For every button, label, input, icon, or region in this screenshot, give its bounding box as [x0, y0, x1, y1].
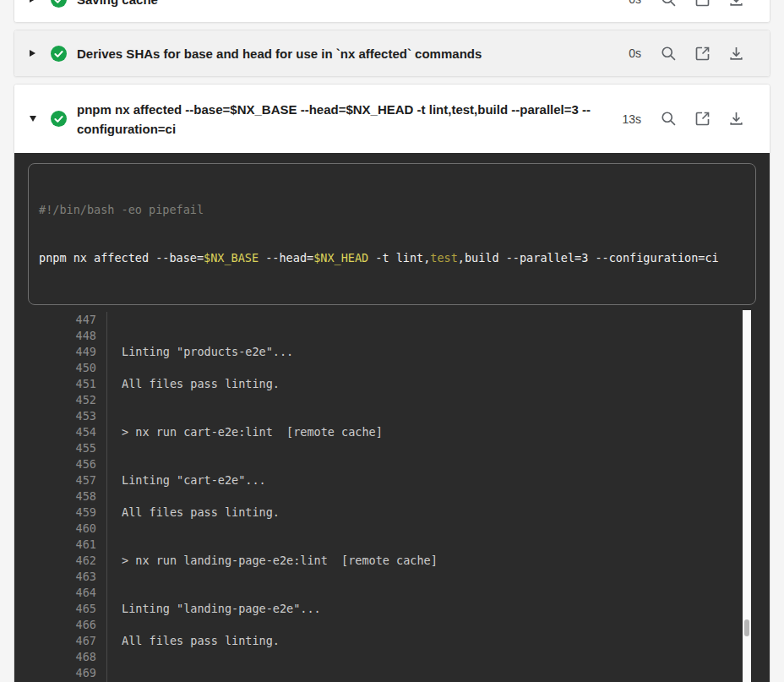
command-box: #!/bin/bash -eo pipefail pnpm nx affecte…	[28, 163, 756, 305]
check-circle-icon	[51, 111, 67, 127]
log-line: 467All files pass linting.	[28, 633, 756, 649]
log-line: 462> nx run landing-page-e2e:lint [remot…	[28, 553, 756, 569]
download-icon[interactable]	[719, 38, 753, 68]
log-line-number: 458	[28, 488, 96, 505]
log-scrollbar-track[interactable]	[743, 310, 751, 682]
terminal-output-panel: #!/bin/bash -eo pipefail pnpm nx affecte…	[14, 153, 770, 682]
search-icon[interactable]	[651, 0, 685, 14]
check-circle-icon	[51, 46, 67, 62]
log-line-number: 465	[28, 601, 96, 617]
log-line-text	[106, 585, 122, 601]
log-line-text: All files pass linting.	[106, 633, 280, 649]
step-title: Saving cache	[77, 0, 612, 9]
log-line-text	[106, 360, 122, 376]
log-line-text: Linting "products-e2e"...	[106, 344, 293, 360]
shebang-line: #!/bin/bash -eo pipefail	[39, 202, 745, 218]
step-title: pnpm nx affected --base=$NX_BASE --head=…	[77, 100, 612, 139]
log-line-text	[106, 328, 122, 344]
log-line-text	[106, 569, 122, 585]
command-token: --head=	[259, 251, 313, 265]
step-duration: 0s	[612, 46, 641, 60]
log-line-number: 461	[28, 537, 96, 553]
log-line-number: 464	[28, 585, 96, 601]
log-line-number: 456	[28, 456, 96, 472]
log-line: 449Linting "products-e2e"...	[28, 344, 756, 360]
chevron-right-icon[interactable]	[30, 0, 40, 3]
step-card-saving-cache: Saving cache 0s	[14, 0, 770, 23]
log-line: 459All files pass linting.	[28, 505, 756, 521]
log-line: 465Linting "landing-page-e2e"...	[28, 601, 756, 617]
log-line: 457Linting "cart-e2e"...	[28, 472, 756, 488]
step-header-saving-cache[interactable]: Saving cache 0s	[14, 0, 770, 22]
log-line-number: 468	[28, 649, 96, 665]
log-line: 453	[28, 408, 756, 424]
log-line-text	[106, 537, 122, 553]
log-line-text	[106, 408, 122, 424]
log-line-text: > nx run cart-e2e:lint [remote cache]	[106, 424, 383, 440]
log-line-number: 466	[28, 617, 96, 633]
download-icon[interactable]	[719, 0, 753, 14]
external-link-icon[interactable]	[685, 38, 719, 68]
log-line-number: 455	[28, 440, 96, 456]
log-line-number: 462	[28, 553, 96, 569]
log-line-number: 459	[28, 505, 96, 521]
log-line: 460	[28, 521, 756, 537]
step-title: Derives SHAs for base and head for use i…	[77, 44, 612, 63]
step-card-nx-affected-lint-test-build: pnpm nx affected --base=$NX_BASE --head=…	[14, 84, 770, 682]
log-line-text	[106, 617, 122, 633]
log-line: 447	[28, 312, 756, 328]
log-line-number: 447	[28, 312, 96, 328]
log-line: 461	[28, 537, 756, 553]
log-line-text	[106, 649, 122, 665]
log-line-text: All files pass linting.	[106, 376, 280, 392]
log-line-number: 467	[28, 633, 96, 649]
log-line-text	[106, 312, 122, 328]
search-icon[interactable]	[651, 38, 685, 68]
log-line-number: 453	[28, 408, 96, 424]
step-header-derive-shas[interactable]: Derives SHAs for base and head for use i…	[14, 30, 770, 76]
step-duration: 13s	[612, 112, 641, 126]
command-token: $NX_HEAD	[313, 251, 368, 265]
external-link-icon[interactable]	[685, 0, 719, 14]
log-line: 463	[28, 569, 756, 585]
log-line: 469	[28, 665, 756, 681]
search-icon[interactable]	[651, 104, 685, 134]
log-line: 468	[28, 649, 756, 665]
log-line: 452	[28, 392, 756, 408]
log-line-number: 457	[28, 472, 96, 488]
log-line: 466	[28, 617, 756, 633]
log-line-text	[106, 456, 122, 472]
chevron-right-icon[interactable]	[30, 50, 40, 57]
log-line-text: > nx run landing-page-e2e:lint [remote c…	[106, 553, 438, 569]
log-line: 448	[28, 328, 756, 344]
log-line-text: Linting "landing-page-e2e"...	[106, 601, 321, 617]
download-icon[interactable]	[719, 104, 753, 134]
log-line-text	[106, 488, 122, 505]
log-area: 447448449Linting "products-e2e"...450451…	[28, 312, 756, 682]
command-line: pnpm nx affected --base=$NX_BASE --head=…	[39, 250, 745, 266]
external-link-icon[interactable]	[685, 104, 719, 134]
log-line-number: 454	[28, 424, 96, 440]
command-token: test	[430, 251, 458, 265]
step-header-nx-affected-lint-test-build[interactable]: pnpm nx affected --base=$NX_BASE --head=…	[14, 85, 770, 153]
chevron-down-icon[interactable]	[30, 116, 40, 122]
log-line: 455	[28, 440, 756, 456]
check-circle-icon	[51, 0, 67, 8]
log-line: 458	[28, 488, 756, 505]
log-line-number: 469	[28, 665, 96, 681]
log-line-text	[106, 665, 122, 681]
log-line-number: 452	[28, 392, 96, 408]
log-line-text	[106, 521, 122, 537]
log-line-text	[106, 392, 122, 408]
step-card-derive-shas: Derives SHAs for base and head for use i…	[14, 30, 770, 77]
log-line: 464	[28, 585, 756, 601]
log-line-text: All files pass linting.	[106, 505, 280, 521]
log-line-number: 463	[28, 569, 96, 585]
log-line: 451All files pass linting.	[28, 376, 756, 392]
command-token: -t lint,	[368, 251, 430, 265]
log-line-number: 450	[28, 360, 96, 376]
log-line: 450	[28, 360, 756, 376]
command-token: pnpm nx affected --base=	[39, 251, 204, 265]
log-line: 454> nx run cart-e2e:lint [remote cache]	[28, 424, 756, 440]
log-scrollbar-thumb[interactable]	[744, 619, 749, 636]
